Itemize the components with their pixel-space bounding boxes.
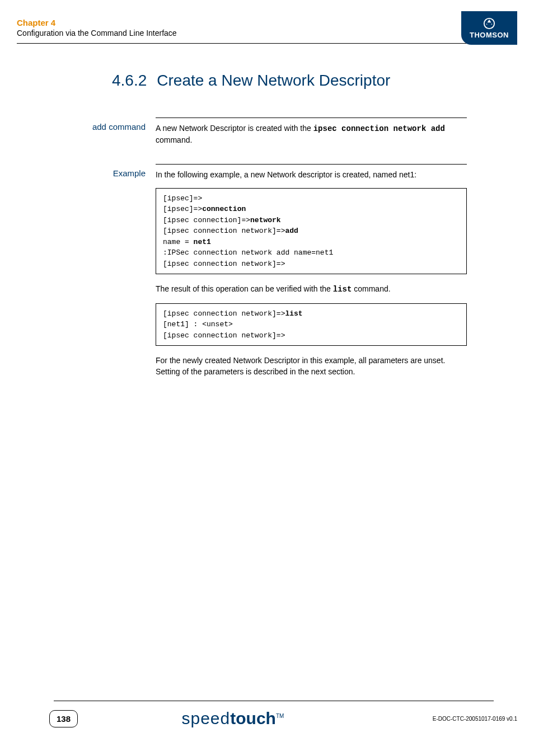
- text: command.: [352, 284, 390, 293]
- logo-text-light: speed: [181, 709, 230, 727]
- code-line-prefix: [ipsec]=>: [163, 205, 202, 213]
- code-line-prefix: [ipsec connection]=>: [163, 216, 250, 224]
- page-header: Chapter 4 Configuration via the Command …: [0, 0, 534, 44]
- logo-text-bold: touch: [230, 709, 276, 727]
- inline-command: ipsec connection network add: [313, 124, 445, 133]
- code-line: [ipsec connection network]=>: [163, 331, 285, 340]
- section-title-text: Create a New Network Descriptor: [157, 72, 390, 89]
- code-value: net1: [194, 238, 211, 246]
- footer-logo: speedtouchTM: [33, 709, 433, 728]
- chapter-label: Chapter 4: [17, 18, 517, 27]
- code-line: [ipsec]=>: [163, 194, 202, 203]
- footer-divider: [54, 701, 494, 701]
- code-command: list: [285, 309, 302, 318]
- add-command-row: add command A new Network Descriptor is …: [17, 118, 517, 154]
- section-title: 4.6.2Create a New Network Descriptor: [17, 72, 517, 90]
- brand-logo-icon: [483, 17, 495, 30]
- page-body: 4.6.2Create a New Network Descriptor add…: [0, 44, 534, 386]
- code-command: connection: [202, 205, 246, 213]
- example-row: Example In the following example, a new …: [17, 164, 517, 386]
- text: command.: [156, 135, 192, 144]
- code-line: [ipsec connection network]=>: [163, 260, 285, 268]
- brand-badge: THOMSON: [461, 11, 517, 45]
- code-line-prefix: [ipsec connection network]=>: [163, 227, 285, 235]
- code-line: :IPSec connection network add name=net1: [163, 248, 333, 257]
- code-command: network: [250, 216, 281, 224]
- code-block-list: [ipsec connection network]=>list [net1] …: [156, 303, 467, 346]
- header-divider: [17, 43, 494, 44]
- section-divider: [156, 164, 467, 165]
- add-command-body: A new Network Descriptor is created with…: [156, 118, 467, 154]
- text: The result of this operation can be veri…: [156, 284, 333, 293]
- code-line-prefix: [ipsec connection network]=>: [163, 309, 285, 318]
- text: A new Network Descriptor is created with…: [156, 124, 313, 133]
- example-body: In the following example, a new Network …: [156, 164, 467, 386]
- code-line-prefix: name =: [163, 238, 194, 246]
- code-block-add: [ipsec]=> [ipsec]=>connection [ipsec con…: [156, 188, 467, 275]
- code-line: [net1] : <unset>: [163, 320, 233, 328]
- side-label-example: Example: [17, 164, 156, 178]
- inline-command: list: [333, 285, 352, 294]
- chapter-subtitle: Configuration via the Command Line Inter…: [17, 29, 517, 37]
- side-label-add-command: add command: [17, 118, 156, 132]
- page-footer: 138 speedtouchTM E-DOC-CTC-20051017-0169…: [0, 701, 534, 728]
- example-intro: In the following example, a new Network …: [156, 169, 467, 180]
- code-command: add: [285, 227, 298, 235]
- section-divider: [156, 118, 467, 118]
- document-id: E-DOC-CTC-20051017-0169 v0.1: [433, 716, 517, 722]
- section-number: 4.6.2: [112, 72, 147, 90]
- add-command-paragraph: A new Network Descriptor is created with…: [156, 123, 467, 146]
- footer-row: 138 speedtouchTM E-DOC-CTC-20051017-0169…: [17, 709, 517, 728]
- trademark-icon: TM: [276, 713, 284, 719]
- example-outro: For the newly created Network Descriptor…: [156, 355, 467, 378]
- brand-name: THOMSON: [470, 31, 509, 39]
- example-mid-paragraph: The result of this operation can be veri…: [156, 283, 467, 295]
